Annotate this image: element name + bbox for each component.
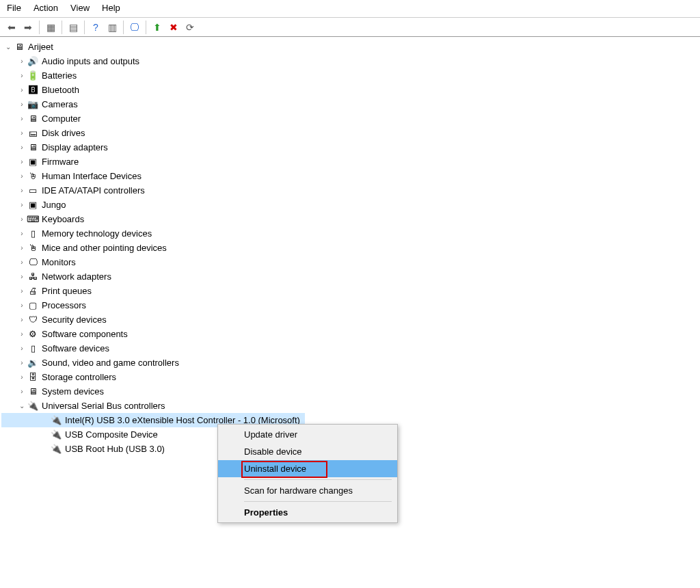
category-icon: ▯ [27,228,38,239]
computer-icon: 🖥 [14,42,25,53]
tree-category[interactable]: ›🖥Computer [1,111,699,126]
category-icon: 🖰 [27,171,38,182]
category-icon: 🖱 [27,243,38,254]
tree-category[interactable]: ›🖥System devices [1,384,699,399]
back-icon[interactable]: ⬅ [4,20,19,35]
forward-icon[interactable]: ➡ [21,20,36,35]
collapse-arrow-icon[interactable]: ⌄ [18,402,26,410]
expand-arrow-icon[interactable]: › [18,287,26,295]
menu-view[interactable]: View [70,3,90,13]
expand-arrow-icon[interactable]: › [18,316,26,323]
device-label: USB Composite Device [64,429,159,440]
tree-category[interactable]: ›🗄Storage controllers [1,370,699,384]
tree-category[interactable]: ›⌨Keyboards [1,212,699,226]
toolbar: ⬅ ➡ ▦ ▤ ? ▥ 🖵 ⬆ ✖ ⟳ [0,18,700,37]
expand-arrow-icon[interactable]: › [18,230,26,237]
category-icon: ⌨ [27,214,38,225]
device-label: USB Root Hub (USB 3.0) [64,443,166,455]
tree-category[interactable]: ›▣Jungo [1,198,699,212]
ctx-disable-device[interactable]: Disable device [218,443,397,460]
tree-category[interactable]: ›🖱Mice and other pointing devices [1,241,699,255]
separator [146,21,146,34]
tree-category[interactable]: ›🖨Print queues [1,284,699,298]
category-label: Display adapters [40,142,109,153]
expand-arrow-icon[interactable]: › [18,244,26,252]
category-label: Keyboards [40,213,85,225]
category-label: Software components [40,328,129,340]
tree-category[interactable]: ›▭IDE ATA/ATAPI controllers [1,183,699,198]
tree-category[interactable]: ›🅱Bluetooth [1,83,699,97]
expand-arrow-icon[interactable]: › [18,57,26,65]
tree-category[interactable]: ›📷Cameras [1,97,699,111]
show-hide-tree-icon[interactable]: ▦ [43,20,58,35]
expand-arrow-icon[interactable]: › [18,388,26,395]
category-icon: ⚙ [27,329,38,340]
category-icon: ▣ [27,157,38,168]
expand-arrow-icon[interactable]: › [18,359,26,366]
expand-arrow-icon[interactable]: › [18,129,26,137]
remove-icon[interactable]: ✖ [166,20,181,35]
properties-icon[interactable]: ▤ [66,20,81,35]
category-label: Monitors [40,256,77,268]
help-icon[interactable]: ? [88,20,103,35]
expand-arrow-icon[interactable]: › [18,215,26,223]
device-tree: ⌄ 🖥 Arijeet ›🔊Audio inputs and outputs›🔋… [0,37,700,459]
tree-category[interactable]: ›🖧Network adapters [1,269,699,284]
expand-arrow-icon[interactable]: › [18,144,26,151]
root-node[interactable]: ⌄ 🖥 Arijeet [1,40,699,54]
expand-arrow-icon[interactable]: › [18,187,26,194]
tree-category[interactable]: ›⚙Software components [1,327,699,341]
expand-arrow-icon[interactable]: › [18,345,26,352]
collapse-arrow-icon[interactable]: ⌄ [4,43,12,51]
menu-action[interactable]: Action [33,3,58,13]
monitor-icon[interactable]: 🖵 [127,20,142,35]
tree-category[interactable]: ›🛡Security devices [1,312,699,327]
expand-arrow-icon[interactable]: › [18,302,26,309]
expand-arrow-icon[interactable]: › [18,72,26,79]
expand-arrow-icon[interactable]: › [18,101,26,108]
expand-arrow-icon[interactable]: › [18,201,26,209]
tree-category[interactable]: ›▯Memory technology devices [1,226,699,241]
expand-arrow-icon[interactable]: › [18,158,26,165]
category-icon: ▭ [27,185,38,196]
category-icon: 🛡 [27,315,38,325]
category-label: Jungo [40,199,67,211]
category-icon: 🖨 [27,286,38,297]
tree-category[interactable]: ›▣Firmware [1,155,699,169]
category-icon: 🔋 [27,70,38,81]
category-icon: 🔉 [27,358,38,369]
category-label: Storage controllers [40,371,118,383]
tree-category[interactable]: ›🔋Batteries [1,68,699,83]
scan-icon[interactable]: ⟳ [183,20,198,35]
view-icon[interactable]: ▥ [105,20,120,35]
tree-category[interactable]: ›🖵Monitors [1,255,699,269]
ctx-properties[interactable]: Properties [218,504,397,521]
tree-category[interactable]: ›🖰Human Interface Devices [1,169,699,183]
category-label: Processors [40,299,88,311]
category-icon: 🖥 [27,386,38,397]
ctx-update-driver[interactable]: Update driver [218,426,397,443]
expand-arrow-icon[interactable]: › [18,115,26,122]
ctx-scan-hardware[interactable]: Scan for hardware changes [218,482,397,499]
expand-arrow-icon[interactable]: › [18,373,26,381]
tree-category[interactable]: ›▯Software devices [1,341,699,356]
tree-category[interactable]: ›🖴Disk drives [1,126,699,140]
tree-category[interactable]: ›🔉Sound, video and game controllers [1,356,699,370]
tree-category[interactable]: ›🖥Display adapters [1,140,699,155]
expand-arrow-icon[interactable]: › [18,172,26,180]
tree-category[interactable]: ›▢Processors [1,298,699,312]
usb-device-icon: 🔌 [51,415,62,426]
menu-file[interactable]: File [7,3,21,13]
tree-category[interactable]: ›🔊Audio inputs and outputs [1,54,699,68]
tree-category-usb[interactable]: ⌄ 🔌 Universal Serial Bus controllers [1,399,699,413]
add-hardware-icon[interactable]: ⬆ [150,20,165,35]
category-icon: 🖴 [27,128,38,139]
expand-arrow-icon[interactable]: › [18,86,26,94]
expand-arrow-icon[interactable]: › [18,330,26,338]
menu-help[interactable]: Help [102,3,120,13]
category-label: Mice and other pointing devices [40,242,168,254]
category-icon: 🅱 [27,85,38,96]
expand-arrow-icon[interactable]: › [18,258,26,266]
expand-arrow-icon[interactable]: › [18,273,26,280]
ctx-uninstall-device[interactable]: Uninstall device [218,460,397,477]
